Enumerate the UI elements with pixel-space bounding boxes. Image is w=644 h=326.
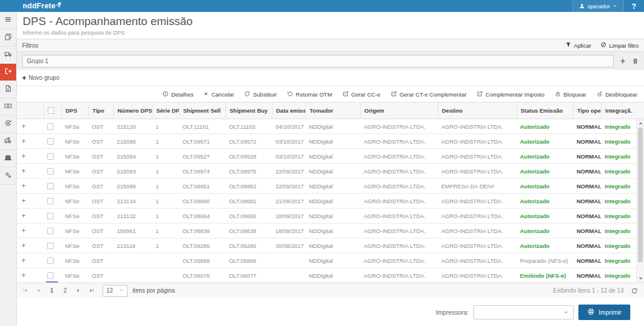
table-row[interactable]: +NFSeOST2150931OLT.08974OLT.0897522/09/2…: [17, 164, 636, 179]
complementar-imposto-button[interactable]: Complementar Imposto: [476, 91, 544, 98]
gerar-cc-e-button[interactable]: Gerar CC-e: [342, 91, 380, 98]
prev-page-button[interactable]: [36, 288, 41, 293]
refresh-icon[interactable]: [631, 287, 638, 294]
clear-filter-button[interactable]: Limpar filtro: [600, 42, 639, 49]
cell-serie-dps: 1: [152, 243, 179, 249]
help-button[interactable]: ?: [624, 2, 644, 11]
expand-row-icon[interactable]: +: [17, 152, 44, 160]
table-row[interactable]: +NFSeOST2150941OLT.09527OLT.0952803/10/2…: [17, 149, 636, 164]
row-checkbox-cell: [44, 179, 61, 193]
add-filter-icon[interactable]: [620, 58, 626, 64]
row-checkbox[interactable]: [47, 272, 54, 279]
expand-row-icon[interactable]: +: [17, 182, 44, 190]
sidebar-item-truck[interactable]: [0, 46, 16, 64]
sidebar-item-payment[interactable]: [0, 98, 16, 116]
column-header[interactable]: DPS: [61, 103, 88, 119]
substituir-button[interactable]: Substituir: [244, 91, 277, 98]
row-checkbox[interactable]: [47, 198, 54, 204]
page-size-select[interactable]: 12: [103, 285, 128, 297]
table-scrollbar[interactable]: [636, 119, 644, 282]
page-number-1[interactable]: 1: [49, 287, 55, 294]
gerar-ct-e-complementar-button[interactable]: Gerar CT-e Complementar: [391, 91, 466, 98]
row-checkbox[interactable]: [47, 123, 54, 130]
column-header[interactable]: Número DPS: [113, 103, 152, 119]
copy-icon: [4, 32, 12, 43]
row-checkbox[interactable]: [47, 153, 54, 160]
sidebar-item-menu[interactable]: [0, 12, 16, 29]
sidebar-item-users[interactable]: [0, 150, 16, 167]
column-header[interactable]: Destino: [438, 103, 516, 119]
page-number-2[interactable]: 2: [63, 287, 69, 294]
cell-serie-dps: 1: [152, 183, 179, 190]
desbloquear-button[interactable]: Desbloquear: [596, 91, 637, 98]
row-checkbox[interactable]: [47, 257, 54, 264]
last-page-button[interactable]: [89, 288, 94, 293]
row-checkbox[interactable]: [47, 228, 54, 234]
table-row[interactable]: +NFSeOST2150951OLT.09571OLT.0957203/10/2…: [17, 134, 636, 149]
cell-status-emissao: Autorizado: [516, 198, 573, 204]
table-row[interactable]: +NFSeOST2151201OLT.11101OLT.1110204/10/2…: [17, 119, 636, 134]
expand-row-icon[interactable]: +: [17, 137, 44, 145]
expand-row-icon[interactable]: +: [17, 241, 44, 250]
table-row[interactable]: +NFSeOST2131341OLT.08680OLT.0868121/09/2…: [17, 194, 636, 209]
expand-row-icon[interactable]: +: [17, 212, 44, 220]
cell-destino: AGRO-INDSTRIA LTDA.: [438, 243, 516, 249]
column-header[interactable]: Integraçã...: [601, 103, 633, 119]
checkbox[interactable]: [48, 107, 54, 114]
row-checkbox[interactable]: [47, 213, 54, 219]
row-checkbox[interactable]: [47, 243, 54, 249]
group-input[interactable]: [22, 55, 614, 67]
first-page-button[interactable]: [23, 288, 28, 293]
row-checkbox-cell: [44, 209, 61, 223]
user-menu-button[interactable]: operador: [572, 0, 624, 12]
scroll-up-icon[interactable]: [637, 119, 644, 127]
bloquear-button[interactable]: Bloquear: [555, 91, 586, 98]
column-header[interactable]: Tomador: [305, 103, 360, 119]
detalhes-button[interactable]: Detalhes: [162, 91, 194, 98]
column-header[interactable]: Tipo oper...: [573, 103, 601, 119]
retornar-otm-button[interactable]: Retornar OTM: [287, 91, 332, 98]
column-header[interactable]: Tipo: [88, 103, 113, 119]
delete-group-icon[interactable]: [632, 58, 639, 64]
sidebar-item-copy[interactable]: [0, 29, 16, 46]
new-group-button[interactable]: + Novo grupo: [17, 70, 644, 86]
expand-row-icon[interactable]: +: [17, 256, 44, 265]
scrollbar-thumb[interactable]: [638, 128, 643, 262]
expand-row-icon[interactable]: +: [17, 122, 44, 131]
sidebar-item-document[interactable]: [0, 81, 16, 98]
expand-row-icon[interactable]: +: [17, 167, 44, 175]
expand-row-icon[interactable]: +: [17, 197, 44, 205]
next-page-button[interactable]: [76, 288, 81, 293]
column-header[interactable]: Status Emissão: [516, 103, 573, 119]
table-row[interactable]: +NFSeOST2131161OLT.06285OLT.0628630/08/2…: [17, 238, 636, 253]
expand-row-icon[interactable]: +: [17, 226, 44, 235]
column-header[interactable]: Série DPS: [152, 103, 179, 119]
print-button[interactable]: Imprimir: [578, 305, 630, 320]
cell-origem: AGRO-INDSTRIA LTDA.: [360, 243, 438, 249]
cell-origem: AGRO-INDSTRIA LTDA.: [360, 183, 438, 190]
column-header[interactable]: Shipment Sell: [179, 103, 225, 119]
column-header[interactable]: Origem: [360, 103, 438, 119]
row-checkbox[interactable]: [47, 183, 54, 190]
table-row[interactable]: +NFSeOSTOLT.06076OLT.06077NDDigitalAGRO-…: [17, 268, 636, 282]
sidebar-item-money-sync[interactable]: [0, 116, 16, 133]
cell-shipment-sell: OLT.06285: [179, 243, 225, 249]
cancelar-button[interactable]: Cancelar: [203, 91, 234, 98]
row-checkbox[interactable]: [47, 168, 54, 175]
apply-filter-button[interactable]: Aplicar: [565, 42, 591, 49]
sidebar-item-truck-return[interactable]: [0, 133, 16, 150]
cell-data-emissao: 21/09/2017: [272, 198, 305, 204]
table-row[interactable]: +NFSeOST1569611OLT.08639OLT.0863818/09/2…: [17, 223, 636, 238]
column-header[interactable]: Shipment Buy: [225, 103, 272, 119]
table-row[interactable]: +NFSeOSTOLT.05868OLT.05869NDDigitalAGRO-…: [17, 253, 636, 268]
column-header[interactable]: Data emissã...: [272, 103, 305, 119]
table-row[interactable]: +NFSeOST2131321OLT.08664OLT.0866518/09/2…: [17, 209, 636, 223]
sidebar-item-dps-emission[interactable]: [0, 64, 16, 81]
sidebar-item-settings[interactable]: [0, 167, 16, 185]
scroll-down-icon[interactable]: [637, 275, 644, 282]
printer-select[interactable]: [473, 305, 574, 319]
cell-origem: AGRO-INDSTRIA LTDA.: [360, 213, 438, 219]
row-checkbox[interactable]: [47, 138, 54, 145]
expand-row-icon[interactable]: +: [17, 271, 44, 280]
table-row[interactable]: +NFSeOST2150861OLT.08951OLT.0895222/09/2…: [17, 179, 636, 194]
